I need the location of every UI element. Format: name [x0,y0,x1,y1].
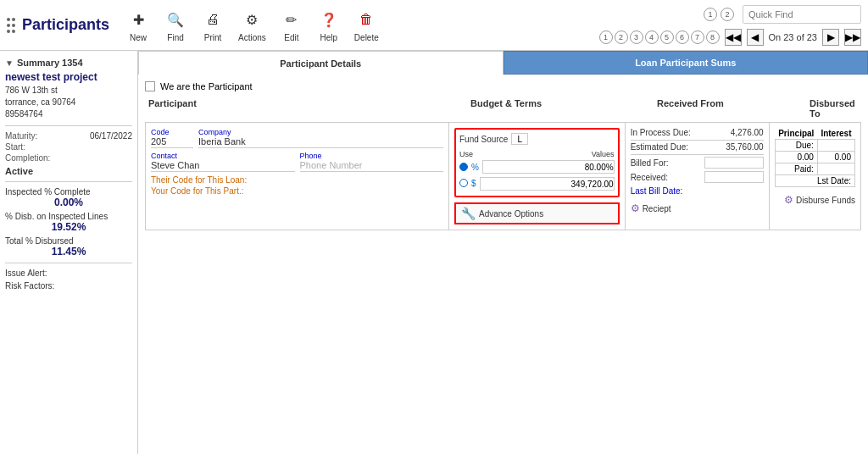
received-input[interactable] [704,171,764,183]
advance-options-label: Advance Options [479,209,543,219]
in-process-row: In Process Due: 4,276.00 [631,128,764,137]
new-button[interactable]: ✚ New [126,8,150,42]
lst-date-cell: Lst Date: [775,175,854,187]
actions-icon: ⚙ [240,8,264,31]
actions-button[interactable]: ⚙ Actions [238,8,266,42]
company-value: Iberia Bank [198,136,246,147]
due-row: Due: [775,140,854,152]
receipt-button[interactable]: ⚙ Reciept [631,202,764,214]
new-icon: ✚ [126,8,150,31]
pct-row: % [459,160,615,174]
app-name: Participants [22,16,109,34]
received-row: Received: [631,171,764,183]
dollar-input[interactable] [480,177,615,191]
sidebar-address: 786 W 13th st torrance, ca 90764 8958476… [5,85,132,120]
nav-first-button[interactable]: ◀◀ [725,29,742,46]
nav-prev-button[interactable]: ◀ [747,29,764,46]
code-field: Code 205 [151,128,193,148]
paid-label-cell: Paid: [775,163,817,175]
nav-circles-top: 1 2 [704,8,734,21]
fund-source-input[interactable] [511,133,528,145]
delete-button[interactable]: 🗑 Delete [354,8,379,42]
find-button[interactable]: 🔍 Find [164,8,187,42]
sidebar: ▼ Summary 1354 newest test project 786 W… [0,51,138,454]
receipt-icon: ⚙ [631,202,640,214]
disburse-button[interactable]: ⚙ Disburse Funds [775,194,855,206]
phone-value: Phone Number [300,160,363,170]
interest-header: Interest [817,128,854,140]
disburse-icon: ⚙ [784,194,793,206]
nav-last-button[interactable]: ▶▶ [844,29,861,46]
pct-radio[interactable] [459,163,468,171]
billed-for-input[interactable] [704,157,764,169]
sidebar-status: Active [5,166,132,176]
delete-icon: 🗑 [354,8,378,31]
contact-phone-row: Contact Steve Chan Phone Phone Number [151,152,443,172]
quick-find-input[interactable] [743,5,861,24]
nav-circle-5[interactable]: 3 [630,30,643,44]
sidebar-divider2 [5,181,132,182]
page-info: On 23 of 23 [769,32,818,42]
nav-next-button[interactable]: ▶ [822,29,839,46]
their-code-row: Their Code for This Loan: [151,175,443,185]
due-values-row: 0.00 0.00 [775,152,854,163]
lst-date-row: Lst Date: [775,175,854,187]
due-principal-cell: 0.00 [775,152,817,163]
main-layout: ▼ Summary 1354 newest test project 786 W… [0,51,868,454]
code-company-row: Code 205 Company Iberia Bank [151,128,443,148]
we-are-checkbox[interactable] [145,81,155,91]
form-area: We are the Participant Participant Budge… [138,75,868,454]
last-bill-label: Last Bill Date: [631,186,764,196]
nav-circle-8[interactable]: 6 [676,30,689,44]
col-participant: Code 205 Company Iberia Bank [146,123,449,230]
sidebar-maturity-row: Maturity: 06/17/2022 [5,131,132,141]
due-label-cell: Due: [775,140,817,152]
nav-circle-7[interactable]: 5 [660,30,674,44]
nav-circle-4[interactable]: 2 [615,30,628,44]
nav-circle-3[interactable]: 1 [599,30,613,44]
content-area: Participant Details Loan Participant Sum… [138,51,868,454]
menu-dots-icon[interactable] [7,18,15,33]
principal-header: Principal [775,128,817,140]
paid-row: Paid: [775,163,854,175]
tab-participant-details[interactable]: Participant Details [138,51,504,75]
due-interest-cell: 0.00 [817,152,854,163]
nav-circle-2[interactable]: 2 [721,8,734,21]
nav-circle-9[interactable]: 7 [691,30,704,44]
pct-input[interactable] [482,160,615,174]
col-budget: Fund Source Use Values % [449,123,626,230]
help-icon: ❓ [317,8,341,31]
fund-source-row: Fund Source [459,133,615,145]
use-values-header: Use Values [459,150,615,158]
sidebar-divider [5,125,132,126]
contact-field: Contact Steve Chan [151,152,295,172]
budget-highlight: Fund Source Use Values % [454,128,620,197]
contact-value: Steve Chan [151,160,199,170]
sidebar-completion-row: Completion: [5,153,132,163]
sidebar-start-row: Start: [5,142,132,152]
pagination-bar: ◀◀ ◀ On 23 of 23 ▶ ▶▶ [725,29,862,46]
company-field: Company Iberia Bank [198,128,443,148]
toolbar-actions: ✚ New 🔍 Find 🖨 Print ⚙ Actions ✏ Edit ❓ … [126,8,379,42]
tab-loan-participant-sums[interactable]: Loan Participant Sums [504,51,869,75]
edit-icon: ✏ [280,8,303,31]
tab-bar: Participant Details Loan Participant Sum… [138,51,868,75]
nav-circle-10[interactable]: 8 [706,30,720,44]
sidebar-project-name: newest test project [5,71,132,83]
nav-circles-bottom: 1 2 3 4 5 6 7 8 [599,30,720,44]
disbursed-section-header: Disbursed To [810,98,855,119]
estimated-value: 35,760.00 [726,142,764,152]
your-code-row: Your Code for This Part.: [151,186,443,196]
dollar-radio[interactable] [459,179,468,187]
nav-circle-6[interactable]: 4 [645,30,659,44]
sidebar-summary-header: ▼ Summary 1354 [5,58,132,68]
nav-circle-1[interactable]: 1 [704,8,717,21]
budget-section-header: Budget & Terms [470,98,542,108]
help-button[interactable]: ❓ Help [317,8,341,42]
edit-button[interactable]: ✏ Edit [280,8,303,42]
toolbar: Participants ✚ New 🔍 Find 🖨 Print ⚙ Acti… [0,0,868,51]
advance-options-button[interactable]: 🔧 Advance Options [454,202,620,224]
sidebar-disb-label: % Disb. on Inspected Lines [5,212,132,221]
print-button[interactable]: 🖨 Print [201,8,225,42]
we-are-label: We are the Participant [160,81,253,91]
